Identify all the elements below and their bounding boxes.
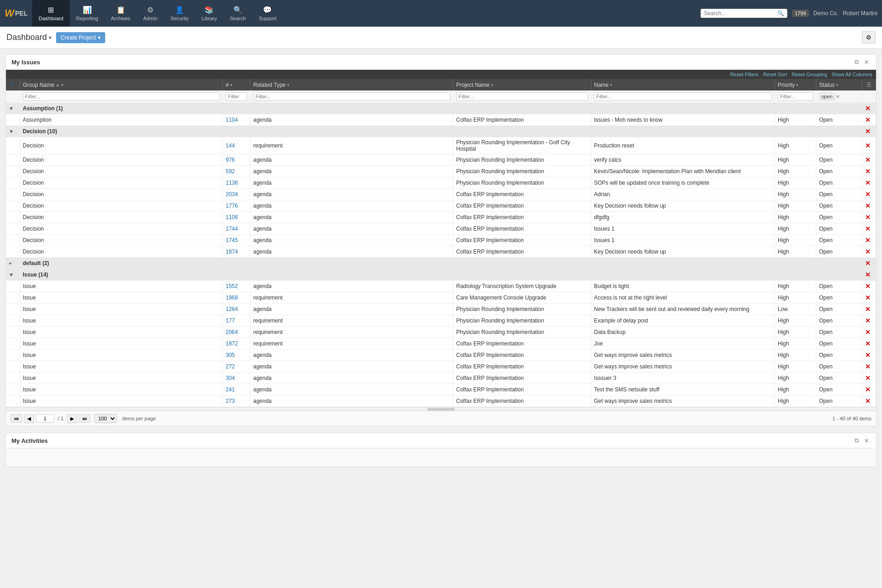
- next-page-button[interactable]: ▶: [67, 414, 77, 423]
- filter-group-name-cell[interactable]: [20, 90, 223, 103]
- row-del[interactable]: ✕: [862, 114, 876, 126]
- nav-item-library[interactable]: 📚 Library: [195, 0, 224, 27]
- row-num[interactable]: 1104: [223, 114, 250, 126]
- nav-item-dashboard[interactable]: ⊞ Dashboard: [32, 0, 70, 27]
- num-filter-icon[interactable]: ▾: [230, 83, 232, 87]
- row-related-type: agenda: [250, 114, 453, 126]
- notification-badge[interactable]: 1799: [792, 10, 808, 17]
- th-status[interactable]: Status ▾: [816, 79, 862, 90]
- delete-assumption-group-button[interactable]: ✕: [865, 105, 871, 112]
- nav-label-admin: Admin: [143, 16, 158, 21]
- page-title-dropdown-icon[interactable]: ▾: [49, 34, 51, 41]
- group-toggle-default[interactable]: +: [6, 258, 20, 269]
- th-name[interactable]: Name ▾: [591, 79, 775, 90]
- reset-grouping-link[interactable]: Reset Grouping: [792, 72, 827, 77]
- table-row: Decision1744agendaColfax ERP Implementat…: [6, 223, 876, 235]
- th-group-name[interactable]: Group Name ▲ ▾: [20, 79, 223, 90]
- show-all-columns-link[interactable]: Show All Columns: [831, 72, 872, 77]
- user-name[interactable]: Robert Martini: [843, 10, 877, 17]
- group-name-sort-icon[interactable]: ▲: [56, 83, 60, 87]
- nav-item-search[interactable]: 🔍 Search: [223, 0, 252, 27]
- group-toggle-assumption[interactable]: ▼: [6, 103, 20, 114]
- delete-decision-group-button[interactable]: ✕: [865, 128, 871, 135]
- col-group-name-label: Group Name: [23, 82, 55, 88]
- group-del-decision[interactable]: ✕: [862, 126, 876, 137]
- group-name-filter-icon[interactable]: ▾: [61, 83, 63, 87]
- group-del-issue[interactable]: ✕: [862, 269, 876, 281]
- filter-group-name-input[interactable]: [23, 92, 220, 101]
- status-filter-icon[interactable]: ▾: [836, 83, 838, 87]
- add-group-button[interactable]: +: [9, 81, 16, 88]
- column-options-icon[interactable]: ☰: [865, 82, 873, 88]
- project-name-filter-icon[interactable]: ▾: [491, 83, 493, 87]
- search-submit-icon[interactable]: 🔍: [777, 10, 784, 17]
- clear-status-filter-button[interactable]: ✕: [836, 94, 840, 100]
- nav-item-support[interactable]: 💬 Support: [252, 0, 283, 27]
- col-num-label: #: [226, 82, 229, 88]
- filter-priority-cell[interactable]: [775, 90, 816, 103]
- page-number-input[interactable]: [36, 414, 54, 423]
- group-label-issue: Issue (14): [20, 269, 862, 281]
- last-page-button[interactable]: ⏭: [79, 414, 90, 423]
- global-search[interactable]: 🔍: [701, 9, 787, 18]
- prev-page-button[interactable]: ◀: [24, 414, 34, 423]
- nav-item-admin[interactable]: ⚙ Admin: [137, 0, 164, 27]
- col-status-label: Status: [819, 82, 835, 88]
- th-options[interactable]: ☰: [862, 79, 876, 90]
- nav-label-reporting: Reporting: [76, 16, 98, 21]
- filter-project-name-input[interactable]: [456, 92, 588, 101]
- filter-related-type-input[interactable]: [253, 92, 450, 101]
- library-icon: 📚: [204, 6, 214, 14]
- filter-num-input[interactable]: [226, 92, 247, 101]
- related-type-filter-icon[interactable]: ▾: [287, 83, 289, 87]
- first-page-button[interactable]: ⏮: [11, 414, 22, 423]
- filter-name-cell[interactable]: [591, 90, 775, 103]
- items-per-page-select[interactable]: 100 50 25: [94, 414, 117, 423]
- row-priority: High: [775, 114, 816, 126]
- create-project-button[interactable]: Create Project ▾: [56, 32, 105, 43]
- close-activities-button[interactable]: ✕: [863, 437, 871, 444]
- filter-priority-input[interactable]: [778, 92, 813, 101]
- group-toggle-decision[interactable]: ▼: [6, 126, 20, 137]
- table-row: Issue273agendaColfax ERP ImplementationG…: [6, 396, 876, 407]
- nav-item-archives[interactable]: 📋 Archives: [105, 0, 137, 27]
- search-input[interactable]: [704, 10, 777, 17]
- priority-filter-icon[interactable]: ▾: [796, 83, 798, 87]
- th-num[interactable]: # ▾: [223, 79, 250, 90]
- delete-row-button[interactable]: ✕: [865, 116, 871, 124]
- group-toggle-issue[interactable]: ▼: [6, 269, 20, 281]
- group-del-default[interactable]: ✕: [862, 258, 876, 269]
- filter-related-type-cell[interactable]: [250, 90, 453, 103]
- delete-default-group-button[interactable]: ✕: [865, 260, 871, 267]
- scrollbar-thumb[interactable]: [427, 408, 455, 411]
- filter-num-cell[interactable]: [223, 90, 250, 103]
- reset-sort-link[interactable]: Reset Sort: [763, 72, 787, 77]
- th-priority[interactable]: Priority ▾: [775, 79, 816, 90]
- page-title: Dashboard ▾: [6, 33, 51, 42]
- search-icon: 🔍: [233, 6, 243, 14]
- filter-name-input[interactable]: [594, 92, 772, 101]
- activities-content: [6, 448, 876, 467]
- row-project: Colfax ERP Implementation: [453, 114, 591, 126]
- reset-filters-link[interactable]: Reset Filters: [730, 72, 759, 77]
- restore-panel-button[interactable]: ⧉: [853, 58, 860, 66]
- nav-right: 1799 Demo Co. Robert Martini: [792, 10, 877, 17]
- restore-activities-button[interactable]: ⧉: [853, 437, 860, 444]
- panel-header-actions: ⧉ ✕: [853, 58, 871, 66]
- horizontal-scrollbar[interactable]: [6, 407, 876, 411]
- page-settings-button[interactable]: ⚙: [862, 31, 876, 44]
- close-panel-button[interactable]: ✕: [863, 58, 871, 66]
- delete-issue-group-button[interactable]: ✕: [865, 271, 871, 278]
- gear-icon: ⚙: [866, 34, 871, 41]
- table-row: Issue272agendaColfax ERP ImplementationG…: [6, 361, 876, 373]
- filter-project-name-cell[interactable]: [453, 90, 591, 103]
- name-filter-icon[interactable]: ▾: [610, 83, 612, 87]
- th-related-type[interactable]: Related Type ▾: [250, 79, 453, 90]
- group-del-assumption[interactable]: ✕: [862, 103, 876, 114]
- nav-item-security[interactable]: 👤 Security: [164, 0, 195, 27]
- th-project-name[interactable]: Project Name ▾: [453, 79, 591, 90]
- table-filter-row: open ✕: [6, 90, 876, 103]
- table-row: Decision144requirementPhysician Rounding…: [6, 137, 876, 154]
- nav-item-reporting[interactable]: 📊 Reporting: [70, 0, 105, 27]
- filter-status-cell[interactable]: open ✕: [816, 90, 862, 103]
